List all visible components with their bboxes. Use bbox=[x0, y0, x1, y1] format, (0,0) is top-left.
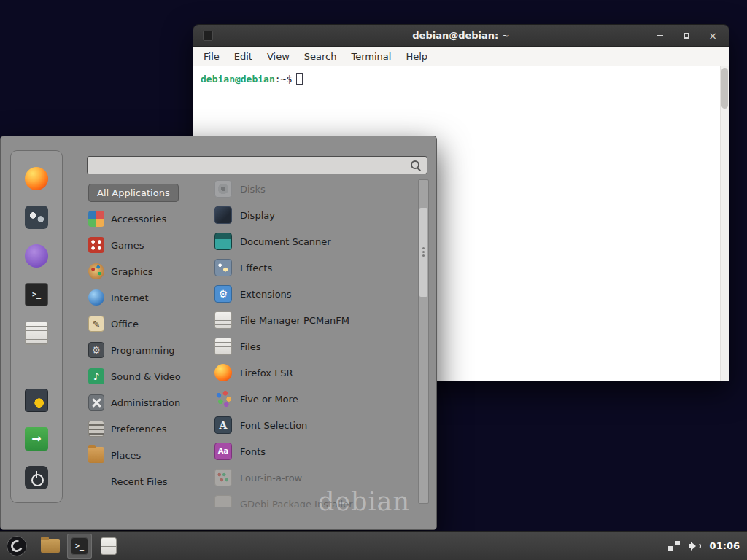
category-programming[interactable]: ⚙ Programming bbox=[87, 337, 204, 363]
logout-icon[interactable]: → bbox=[25, 427, 48, 451]
office-icon: ✎ bbox=[88, 316, 104, 332]
category-label: Graphics bbox=[111, 266, 152, 277]
terminal-scrollbar[interactable] bbox=[720, 66, 729, 381]
effects-icon bbox=[214, 259, 232, 276]
category-preferences[interactable]: Preferences bbox=[87, 416, 204, 442]
app-label: Extensions bbox=[240, 289, 292, 300]
category-label: Games bbox=[111, 240, 144, 251]
network-icon[interactable] bbox=[668, 541, 680, 551]
file-cabinet-icon bbox=[101, 537, 117, 555]
search-input[interactable] bbox=[88, 157, 411, 174]
volume-icon[interactable] bbox=[689, 541, 701, 551]
app-label: Files bbox=[240, 341, 261, 352]
category-label: All Applications bbox=[88, 184, 179, 202]
prompt-user: debian@debian bbox=[201, 74, 275, 85]
document-scanner-icon bbox=[214, 233, 232, 250]
category-administration[interactable]: Administration bbox=[87, 389, 204, 416]
app-firefox-esr[interactable]: Firefox ESR bbox=[207, 359, 417, 386]
menu-file[interactable]: File bbox=[196, 51, 227, 62]
category-graphics[interactable]: Graphics bbox=[87, 258, 204, 284]
app-files[interactable]: Files bbox=[207, 333, 417, 359]
category-office[interactable]: ✎ Office bbox=[87, 311, 204, 337]
applications-list: Disks Display Document Scanner Effects ⚙… bbox=[207, 176, 417, 508]
preferences-icon bbox=[88, 421, 104, 437]
pidgin-icon[interactable] bbox=[25, 244, 48, 268]
app-label: Four-in-a-row bbox=[240, 472, 302, 483]
clock[interactable]: 01:06 bbox=[710, 540, 740, 551]
taskbar-file-manager[interactable] bbox=[38, 534, 63, 559]
menu-logo-icon bbox=[7, 536, 27, 556]
four-in-a-row-icon bbox=[214, 469, 232, 486]
terminal-menubar: File Edit View Search Terminal Help bbox=[193, 47, 729, 66]
app-gdebi-package-installer[interactable]: GDebi Package Installer bbox=[207, 491, 417, 508]
category-places[interactable]: Places bbox=[87, 442, 204, 468]
app-file-manager-pcmanfm[interactable]: File Manager PCManFM bbox=[207, 307, 417, 333]
places-folder-icon bbox=[88, 447, 104, 463]
terminal-titlebar[interactable]: debian@debian: ~ × bbox=[193, 25, 729, 47]
menu-button[interactable] bbox=[0, 532, 34, 560]
app-font-selection[interactable]: A Font Selection bbox=[207, 412, 417, 438]
category-label: Accessories bbox=[111, 214, 166, 225]
category-recent-files[interactable]: Recent Files bbox=[87, 468, 204, 494]
close-icon[interactable]: × bbox=[707, 30, 719, 42]
files-icon bbox=[214, 338, 232, 355]
app-fonts[interactable]: Aa Fonts bbox=[207, 438, 417, 464]
app-label: Document Scanner bbox=[240, 236, 331, 247]
app-document-scanner[interactable]: Document Scanner bbox=[207, 228, 417, 254]
category-accessories[interactable]: Accessories bbox=[87, 206, 204, 232]
maximize-icon[interactable] bbox=[681, 30, 692, 42]
terminal-window-icon bbox=[203, 31, 213, 41]
folder-icon bbox=[41, 539, 60, 553]
category-games[interactable]: Games bbox=[87, 232, 204, 258]
app-display[interactable]: Display bbox=[207, 202, 417, 228]
five-or-more-icon bbox=[214, 390, 232, 408]
terminal-icon[interactable]: >_ bbox=[25, 283, 48, 306]
shutdown-icon[interactable] bbox=[25, 466, 48, 489]
desktop: { "terminal": { "title": "debian@debian:… bbox=[0, 0, 747, 560]
pcmanfm-icon bbox=[214, 311, 232, 329]
app-disks[interactable]: Disks bbox=[207, 176, 417, 202]
accessories-icon bbox=[88, 211, 104, 227]
system-tray: 01:06 bbox=[668, 540, 747, 551]
search-box[interactable] bbox=[87, 156, 427, 174]
games-icon bbox=[88, 237, 104, 253]
category-internet[interactable]: Internet bbox=[87, 284, 204, 311]
app-label: Effects bbox=[240, 262, 272, 273]
prompt-suffix: :~$ bbox=[275, 74, 292, 85]
terminal-title: debian@debian: ~ bbox=[193, 30, 729, 41]
minimize-icon[interactable] bbox=[654, 30, 666, 42]
menu-edit[interactable]: Edit bbox=[227, 51, 260, 62]
file-manager-icon[interactable] bbox=[25, 322, 48, 345]
extensions-gear-icon: ⚙ bbox=[214, 285, 232, 303]
category-all-applications[interactable]: All Applications bbox=[87, 179, 204, 206]
fonts-icon: Aa bbox=[214, 443, 232, 460]
lock-screen-icon[interactable] bbox=[25, 389, 48, 412]
category-label: Places bbox=[111, 450, 141, 461]
gdebi-icon bbox=[214, 495, 232, 508]
taskbar-files[interactable] bbox=[96, 534, 121, 559]
window-controls: × bbox=[654, 25, 719, 47]
app-four-in-a-row[interactable]: Four-in-a-row bbox=[207, 464, 417, 491]
categories-list: All Applications Accessories Games Graph… bbox=[87, 179, 204, 494]
app-label: Display bbox=[240, 210, 275, 221]
firefox-icon bbox=[214, 364, 232, 381]
app-effects[interactable]: Effects bbox=[207, 254, 417, 281]
recent-files-icon bbox=[88, 473, 104, 489]
menu-view[interactable]: View bbox=[260, 51, 297, 62]
bottom-panel: >_ 01:06 bbox=[0, 531, 747, 560]
internet-globe-icon bbox=[88, 289, 104, 306]
menu-help[interactable]: Help bbox=[398, 51, 435, 62]
category-sound-video[interactable]: ♪ Sound & Video bbox=[87, 363, 204, 389]
app-extensions[interactable]: ⚙ Extensions bbox=[207, 281, 417, 307]
applications-menu: debian >_ → All Applications Accessories… bbox=[0, 136, 437, 530]
taskbar-terminal[interactable]: >_ bbox=[67, 534, 92, 559]
menu-terminal[interactable]: Terminal bbox=[344, 51, 398, 62]
app-five-or-more[interactable]: Five or More bbox=[207, 386, 417, 412]
apps-scrollbar-thumb[interactable] bbox=[419, 208, 427, 297]
firefox-icon[interactable] bbox=[25, 167, 48, 190]
text-caret bbox=[93, 160, 93, 171]
terminal-scrollbar-thumb[interactable] bbox=[721, 68, 728, 109]
users-icon[interactable] bbox=[25, 206, 48, 229]
menu-search[interactable]: Search bbox=[297, 51, 344, 62]
apps-scrollbar[interactable] bbox=[418, 179, 429, 504]
